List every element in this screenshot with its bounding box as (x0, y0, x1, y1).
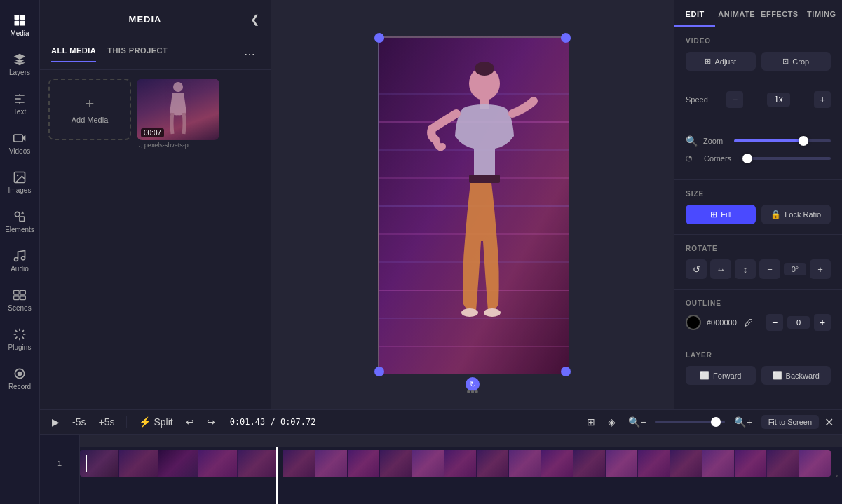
rotate-minus-button[interactable]: − (759, 259, 780, 279)
rotate-ccw-button[interactable]: ↺ (686, 259, 707, 279)
corners-icon: ◔ (686, 154, 693, 163)
media-panel-title: MEDIA (48, 14, 242, 25)
track-content[interactable] (80, 447, 831, 504)
tab-edit[interactable]: EDIT (674, 0, 715, 27)
media-panel-collapse-button[interactable]: ❮ (247, 10, 262, 29)
video-clip-before[interactable] (80, 450, 276, 477)
zoom-label: Zoom (703, 137, 723, 145)
panel-tabs: EDIT ANIMATE EFFECTS TIMING (674, 0, 842, 27)
outline-decrease-button[interactable]: − (766, 314, 783, 331)
corners-slider[interactable] (742, 157, 831, 160)
tab-all-media[interactable]: ALL MEDIA (51, 46, 96, 62)
scroll-indicator[interactable]: › (831, 447, 842, 504)
outline-color-swatch[interactable] (686, 315, 701, 330)
playhead-line (276, 447, 278, 504)
backward-button[interactable]: ⬜ Backward (761, 366, 831, 385)
fit-audio-button[interactable]: ⊞ (583, 414, 599, 430)
sidebar-plugins-label: Plugins (8, 343, 32, 351)
rotate-plus-button[interactable]: + (810, 259, 831, 279)
sidebar-item-elements[interactable]: Elements (0, 202, 40, 241)
split-button[interactable]: ⚡ Split (135, 414, 176, 430)
media-thumbnail-1[interactable]: 00:07 ♫ pexels-shvets-p... (137, 79, 219, 149)
rotate-section: ROTATE ↺ ↔ ↕ − 0° + (674, 235, 842, 290)
flip-vertical-button[interactable]: ↕ (735, 259, 756, 279)
forward-button[interactable]: ⬜ Forward (686, 366, 756, 385)
svg-rect-4 (14, 135, 23, 142)
tab-animate[interactable]: ANIMATE (715, 0, 758, 27)
tab-effects[interactable]: EFFECTS (758, 0, 801, 27)
outline-value-input[interactable] (787, 316, 810, 329)
plus5-button[interactable]: +5s (95, 414, 118, 430)
add-media-button[interactable]: + Add Media (48, 79, 131, 149)
audio-waveform-button[interactable]: ◈ (604, 414, 619, 430)
svg-rect-2 (15, 21, 20, 26)
minus5-button[interactable]: -5s (69, 414, 89, 430)
tab-this-project[interactable]: THIS PROJECT (107, 46, 168, 62)
sidebar-item-record[interactable]: Record (0, 359, 40, 398)
tab-timing[interactable]: TIMING (801, 0, 842, 27)
sidebar-item-images[interactable]: Images (0, 163, 40, 202)
sidebar-item-media[interactable]: Media (0, 6, 40, 45)
sidebar-item-audio[interactable]: Audio (0, 241, 40, 280)
zoom-icon: 🔍 (686, 135, 698, 147)
right-panel: EDIT ANIMATE EFFECTS TIMING VIDEO ⊞ Adju… (674, 0, 842, 409)
media-grid: + Add Media (40, 70, 271, 157)
timeline-zoom-slider[interactable] (655, 421, 725, 423)
outline-increase-button[interactable]: + (814, 314, 831, 331)
sidebar-item-plugins[interactable]: Plugins (0, 320, 40, 359)
speed-section: Speed − 1x + (674, 81, 842, 125)
media-duration: 00:07 (141, 128, 164, 137)
canvas-video[interactable] (378, 36, 567, 373)
svg-rect-1 (20, 15, 25, 20)
zoom-section: 🔍 Zoom ◔ Corners (674, 125, 842, 180)
sidebar: Media Layers Text Videos Images Elements… (0, 0, 40, 504)
svg-point-7 (15, 212, 20, 217)
fill-icon: ⊞ (710, 210, 717, 219)
undo-button[interactable]: ↩ (182, 414, 198, 430)
speed-label: Speed (686, 95, 721, 104)
timeline-close-button[interactable]: ✕ (824, 416, 834, 429)
media-options-button[interactable]: ⋯ (240, 46, 259, 62)
time-display: 0:01.43 / 0:07.72 (230, 417, 316, 427)
media-panel: MEDIA ❮ ALL MEDIA THIS PROJECT ⋯ + Add M… (40, 0, 271, 409)
canvas-handle-top-right[interactable] (561, 33, 571, 43)
fill-button[interactable]: ⊞ Fill (686, 205, 756, 224)
forward-icon: ⬜ (700, 371, 709, 380)
plus-icon: + (86, 95, 95, 113)
lock-ratio-button[interactable]: 🔒 Lock Ratio (761, 205, 831, 224)
speed-decrease-button[interactable]: − (726, 91, 743, 108)
split-icon: ⚡ (139, 416, 151, 428)
canvas-area: ↻ ••• (271, 0, 674, 409)
sidebar-item-layers[interactable]: Layers (0, 45, 40, 84)
redo-button[interactable]: ↪ (203, 414, 219, 430)
canvas-handle-top-left[interactable] (374, 33, 384, 43)
play-button[interactable]: ▶ (48, 414, 63, 430)
sidebar-item-scenes[interactable]: Scenes (0, 280, 40, 320)
flip-horizontal-button[interactable]: ↔ (710, 259, 731, 279)
sidebar-item-text[interactable]: Text (0, 84, 40, 123)
fit-screen-button[interactable]: Fit to Screen (761, 415, 819, 429)
video-section: VIDEO ⊞ Adjust ⊡ Crop (674, 27, 842, 81)
svg-point-14 (18, 372, 22, 376)
svg-rect-9 (14, 290, 20, 294)
layer-section: LAYER ⬜ Forward ⬜ Backward (674, 341, 842, 395)
svg-point-15 (173, 82, 183, 92)
canvas-handle-bottom-right[interactable] (561, 367, 571, 376)
svg-rect-11 (14, 296, 20, 300)
zoom-slider[interactable] (734, 139, 831, 142)
eyedropper-button[interactable]: 🖊 (742, 316, 754, 329)
canvas-pagination: ••• (467, 386, 479, 398)
sidebar-record-label: Record (8, 383, 31, 390)
zoom-out-button[interactable]: 🔍− (625, 414, 649, 430)
lock-icon: 🔒 (770, 210, 781, 219)
crop-button[interactable]: ⊡ Crop (761, 52, 831, 71)
speed-increase-button[interactable]: + (814, 91, 831, 108)
zoom-in-button[interactable]: 🔍+ (731, 414, 755, 430)
adjust-button[interactable]: ⊞ Adjust (686, 52, 756, 71)
sidebar-item-videos[interactable]: Videos (0, 123, 40, 163)
media-filename: pexels-shvets-p... (144, 142, 194, 149)
backward-icon: ⬜ (773, 371, 782, 380)
timeline: ▶ -5s +5s ⚡ Split ↩ ↪ 0:01.43 / 0:07.72 … (40, 409, 842, 504)
canvas-handle-bottom-left[interactable] (374, 367, 384, 376)
video-clip-after[interactable] (283, 450, 831, 477)
